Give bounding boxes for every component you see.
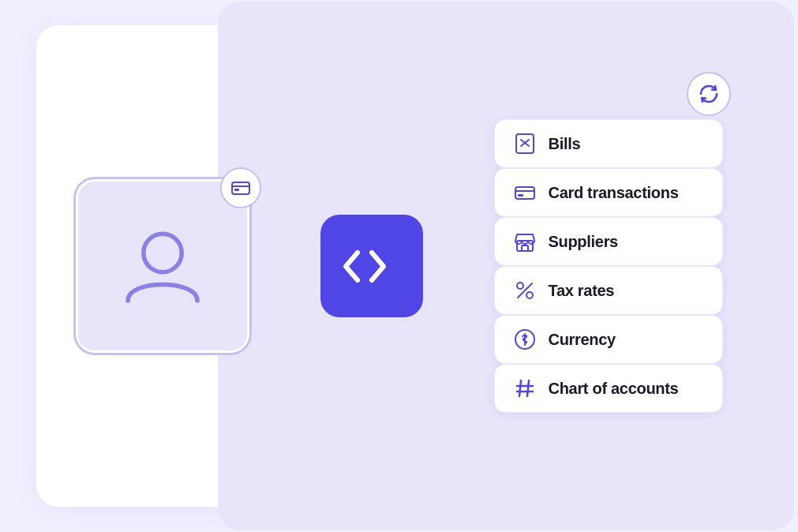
receipt-x-icon xyxy=(512,131,538,156)
credit-card-badge-icon xyxy=(230,177,252,199)
svg-line-17 xyxy=(527,380,529,396)
hash-icon xyxy=(512,376,538,401)
menu-item-tax-rates[interactable]: Tax rates xyxy=(494,266,723,315)
svg-line-14 xyxy=(518,283,532,298)
svg-rect-11 xyxy=(522,245,528,251)
bills-label: Bills xyxy=(549,135,581,153)
main-card: Bills Card transactions xyxy=(36,25,762,507)
tax-rates-label: Tax rates xyxy=(549,282,615,300)
chart-of-accounts-label: Chart of accounts xyxy=(549,380,679,398)
percent-icon xyxy=(512,278,538,303)
menu-item-suppliers[interactable]: Suppliers xyxy=(494,217,723,266)
code-logo-icon xyxy=(342,245,401,288)
menu-item-chart-of-accounts[interactable]: Chart of accounts xyxy=(494,364,723,413)
card-badge xyxy=(220,167,261,208)
refresh-icon xyxy=(698,83,720,105)
svg-rect-3 xyxy=(234,189,239,191)
card-transactions-label: Card transactions xyxy=(549,184,679,202)
left-section xyxy=(76,179,249,353)
user-icon xyxy=(119,223,206,309)
dollar-circle-icon xyxy=(512,327,538,352)
currency-label: Currency xyxy=(549,331,616,349)
svg-rect-7 xyxy=(515,187,534,199)
svg-point-0 xyxy=(143,234,181,272)
right-section: Bills Card transactions xyxy=(494,119,723,413)
menu-item-card-transactions[interactable]: Card transactions xyxy=(494,168,723,217)
user-card xyxy=(76,179,249,353)
svg-line-16 xyxy=(519,380,521,396)
suppliers-label: Suppliers xyxy=(549,233,618,251)
credit-card-icon xyxy=(512,180,538,205)
svg-rect-1 xyxy=(232,182,249,194)
logo-section xyxy=(320,215,423,317)
store-icon xyxy=(512,229,538,254)
menu-item-bills[interactable]: Bills xyxy=(494,119,723,168)
svg-point-13 xyxy=(526,292,533,298)
svg-point-12 xyxy=(517,283,523,289)
svg-rect-9 xyxy=(518,194,523,197)
refresh-button[interactable] xyxy=(687,72,731,116)
menu-item-currency[interactable]: Currency xyxy=(494,315,723,364)
logo-box xyxy=(320,215,423,317)
